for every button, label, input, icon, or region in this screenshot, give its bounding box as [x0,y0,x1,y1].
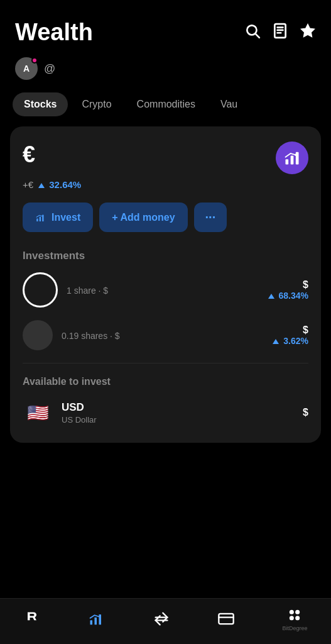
bottom-nav: BitDegree [0,598,331,644]
nav-bitdegree[interactable]: BitDegree [282,606,307,631]
svg-rect-9 [296,152,299,165]
portfolio-card: € +€ 32.64% Invest [10,126,321,443]
user-row: A @ [0,52,331,92]
app-title: Wealth [15,19,93,46]
more-button[interactable]: ··· [194,203,227,232]
tab-crypto[interactable]: Crypto [70,92,122,116]
change-percentage: 32.64% [38,179,81,190]
stock-logo-1 [23,272,58,308]
search-icon[interactable] [244,23,261,43]
bitdegree-icon [286,606,303,624]
header: Wealth [0,0,331,52]
nav-portfolio[interactable] [88,610,106,628]
currency-value: $ [303,407,308,418]
avatar[interactable]: A [15,57,38,80]
svg-point-19 [290,610,294,614]
revolut-icon [23,610,41,628]
star-icon[interactable] [300,23,316,43]
card-icon [217,610,235,628]
svg-rect-8 [291,156,294,165]
notification-dot [31,57,38,64]
divider [23,363,308,364]
tab-commodities[interactable]: Commodities [126,92,207,116]
value-1: $ [268,279,308,291]
svg-rect-15 [95,618,97,625]
stock-logo-2 [23,320,53,350]
shares-2: 0.19 shares · $ [62,331,120,341]
invest-icon [35,212,46,223]
currency-item: 🇺🇸 USD US Dollar $ [23,397,308,428]
svg-rect-16 [99,614,102,625]
nav-card[interactable] [217,610,235,628]
document-icon[interactable] [272,23,288,43]
tab-bar: Stocks Crypto Commodities Vau [0,92,331,116]
change-2: 3.62% [273,336,308,346]
nav-transfer[interactable] [153,610,170,628]
value-2: $ [273,325,308,336]
svg-point-20 [296,610,300,614]
change-prefix: +€ [23,179,33,190]
svg-rect-14 [90,620,93,625]
currency-code: USD [62,401,97,414]
svg-line-1 [256,33,259,37]
tab-stocks[interactable]: Stocks [13,92,68,116]
svg-marker-6 [301,24,315,37]
portfolio-currency: € [23,142,35,168]
triangle-up-icon-1 [268,294,274,299]
nav-home[interactable] [23,610,41,628]
currency-name: US Dollar [62,415,97,425]
investment-item-2: 0.19 shares · $ $ 3.62% [23,320,308,350]
change-1: 68.34% [268,291,308,301]
invest-button[interactable]: Invest [23,203,93,232]
svg-rect-13 [42,214,43,221]
shares-1: 1 share · $ [67,286,108,296]
svg-point-21 [290,616,294,620]
svg-point-22 [296,616,300,620]
chart-button[interactable] [276,142,308,174]
portfolio-header: € [23,142,308,174]
investments-title: Investments [23,250,308,262]
available-title: Available to invest [23,376,308,387]
svg-rect-7 [286,159,289,164]
tab-vau[interactable]: Vau [209,92,249,116]
investment-item-1: 1 share · $ $ 68.34% [23,272,308,308]
svg-rect-17 [219,614,234,624]
change-row: +€ 32.64% [23,179,308,190]
action-buttons: Invest + Add money ··· [23,203,308,232]
add-money-button[interactable]: + Add money [99,203,187,232]
transfer-icon [153,610,170,628]
bitdegree-label: BitDegree [282,625,307,631]
header-icons [244,23,316,43]
portfolio-icon [88,610,106,628]
at-sign: @ [44,62,55,75]
flag-icon: 🇺🇸 [23,397,53,428]
triangle-up-icon [38,183,45,188]
svg-point-10 [295,154,297,157]
triangle-up-icon-2 [273,339,279,344]
svg-rect-12 [40,216,41,221]
svg-rect-11 [36,218,38,221]
